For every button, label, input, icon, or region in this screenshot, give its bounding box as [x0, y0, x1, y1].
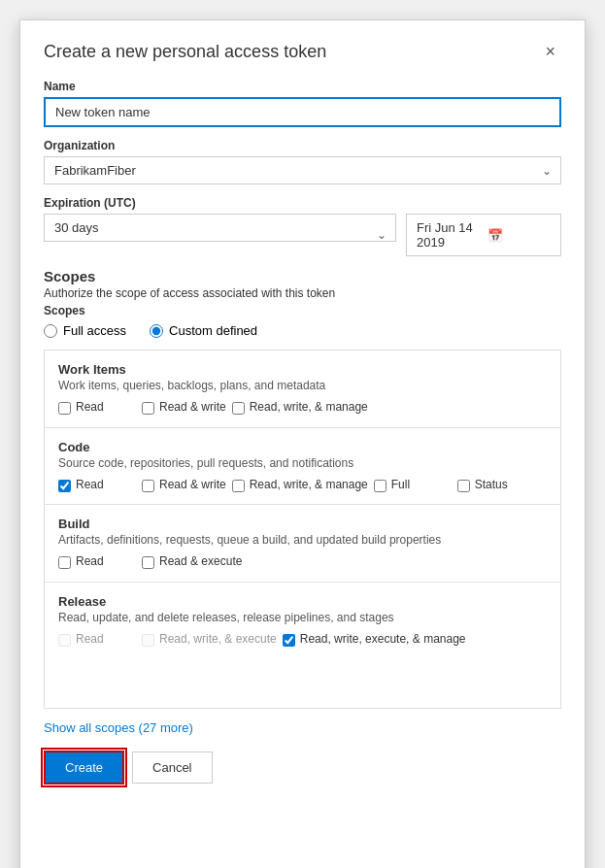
release-desc: Read, update, and delete releases, relea… — [58, 611, 547, 624]
release-name: Release — [58, 594, 547, 609]
scopes-authorize-desc: Authorize the scope of access associated… — [44, 286, 561, 300]
scopes-title: Scopes — [44, 268, 561, 284]
scopes-container[interactable]: Work Items Work items, queries, backlogs… — [44, 350, 561, 709]
release-read-write-execute-manage[interactable]: Read, write, execute, & manage — [283, 632, 466, 648]
work-items-read-write[interactable]: Read & write — [142, 400, 226, 416]
scope-type-radio-group: Full access Custom defined — [44, 323, 561, 338]
work-items-read-write-manage-checkbox[interactable] — [232, 402, 245, 415]
work-items-options: Read Read & write Read, write, & manage — [58, 400, 547, 416]
close-button[interactable]: × — [539, 40, 561, 64]
release-read-write-execute[interactable]: Read, write, & execute — [142, 632, 277, 648]
cancel-button[interactable]: Cancel — [132, 751, 212, 784]
build-read-execute[interactable]: Read & execute — [142, 554, 242, 570]
create-token-dialog: Create a new personal access token × Nam… — [19, 19, 586, 868]
build-read-label: Read — [76, 554, 104, 570]
work-items-read-checkbox[interactable] — [58, 402, 71, 415]
build-desc: Artifacts, definitions, requests, queue … — [58, 533, 547, 547]
code-read-write-manage[interactable]: Read, write, & manage — [232, 478, 368, 493]
token-name-input[interactable] — [44, 97, 561, 127]
scope-section-build: Build Artifacts, definitions, requests, … — [45, 505, 560, 583]
code-status-label: Status — [475, 478, 508, 493]
release-read-write-execute-label: Read, write, & execute — [159, 632, 277, 648]
work-items-desc: Work items, queries, backlogs, plans, an… — [58, 379, 547, 392]
date-field: Fri Jun 14 2019 📅 — [406, 214, 561, 256]
custom-defined-option[interactable]: Custom defined — [150, 323, 257, 338]
create-button[interactable]: Create — [44, 751, 124, 785]
custom-defined-radio[interactable] — [150, 324, 163, 338]
scopes-section: Scopes Authorize the scope of access ass… — [44, 268, 561, 338]
build-read-execute-label: Read & execute — [159, 554, 242, 570]
work-items-read[interactable]: Read — [58, 400, 136, 416]
code-read-write-manage-checkbox[interactable] — [232, 480, 245, 492]
full-access-radio[interactable] — [44, 324, 57, 338]
release-options: Read Read, write, & execute Read, write,… — [58, 632, 547, 648]
build-name: Build — [58, 517, 547, 531]
work-items-read-write-label: Read & write — [159, 400, 226, 416]
scope-section-release: Release Read, update, and delete release… — [45, 583, 560, 659]
build-read-checkbox[interactable] — [58, 556, 71, 569]
code-options: Read Read & write Read, write, & manage … — [58, 478, 547, 493]
expiration-row: 30 days 60 days 90 days Custom defined ⌄… — [44, 214, 561, 256]
scopes-label: Scopes — [44, 304, 561, 317]
release-read-write-execute-checkbox — [142, 634, 154, 647]
expiration-select-wrapper: 30 days 60 days 90 days Custom defined ⌄ — [44, 214, 396, 256]
work-items-read-label: Read — [76, 400, 104, 416]
full-access-label: Full access — [63, 323, 126, 338]
custom-defined-label: Custom defined — [169, 323, 257, 338]
code-desc: Source code, repositories, pull requests… — [58, 456, 547, 470]
date-value: Fri Jun 14 2019 — [417, 220, 480, 250]
release-read-write-execute-manage-label: Read, write, execute, & manage — [300, 632, 466, 648]
dialog-header: Create a new personal access token × — [44, 40, 561, 64]
release-read-label: Read — [76, 632, 104, 648]
code-read[interactable]: Read — [58, 478, 136, 493]
show-all-scopes-link[interactable]: Show all scopes (27 more) — [44, 720, 561, 735]
work-items-read-write-manage-label: Read, write, & manage — [250, 400, 368, 416]
release-read[interactable]: Read — [58, 632, 136, 648]
code-full[interactable]: Full — [374, 478, 452, 493]
code-read-label: Read — [76, 478, 104, 493]
expiration-label: Expiration (UTC) — [44, 196, 561, 210]
build-read[interactable]: Read — [58, 554, 136, 570]
organization-select[interactable]: FabrikamFiber — [44, 156, 561, 184]
build-options: Read Read & execute — [58, 554, 547, 570]
work-items-read-write-checkbox[interactable] — [142, 402, 154, 415]
expiration-select[interactable]: 30 days 60 days 90 days Custom defined — [44, 214, 396, 242]
code-read-write-manage-label: Read, write, & manage — [250, 478, 368, 493]
full-access-option[interactable]: Full access — [44, 323, 126, 338]
name-label: Name — [44, 80, 561, 93]
scope-section-work-items: Work Items Work items, queries, backlogs… — [45, 351, 560, 428]
release-read-checkbox — [58, 634, 71, 647]
work-items-name: Work Items — [58, 362, 547, 377]
code-read-write-label: Read & write — [159, 478, 226, 493]
code-read-write[interactable]: Read & write — [142, 478, 226, 493]
calendar-icon[interactable]: 📅 — [487, 228, 551, 243]
build-read-execute-checkbox[interactable] — [142, 556, 154, 569]
code-read-write-checkbox[interactable] — [142, 480, 154, 492]
scope-section-code: Code Source code, repositories, pull req… — [45, 428, 560, 506]
organization-select-wrapper: FabrikamFiber ⌄ — [44, 156, 561, 184]
organization-label: Organization — [44, 139, 561, 152]
code-full-label: Full — [391, 478, 410, 493]
code-full-checkbox[interactable] — [374, 480, 387, 492]
code-status[interactable]: Status — [457, 478, 535, 493]
work-items-read-write-manage[interactable]: Read, write, & manage — [232, 400, 368, 416]
code-read-checkbox[interactable] — [58, 480, 71, 492]
dialog-title: Create a new personal access token — [44, 42, 326, 62]
release-read-write-execute-manage-checkbox[interactable] — [283, 634, 295, 647]
footer-buttons: Create Cancel — [44, 751, 561, 785]
code-status-checkbox[interactable] — [457, 480, 470, 492]
code-name: Code — [58, 440, 547, 454]
